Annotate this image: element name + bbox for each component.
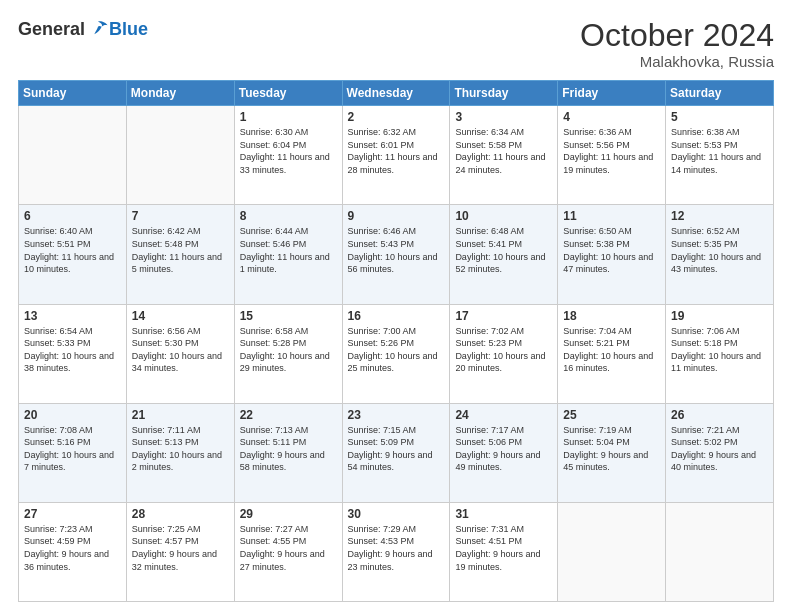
- day-number: 24: [455, 408, 552, 422]
- header: General Blue October 2024 Malakhovka, Ru…: [18, 18, 774, 70]
- day-info: Sunrise: 6:34 AMSunset: 5:58 PMDaylight:…: [455, 126, 552, 176]
- day-number: 12: [671, 209, 768, 223]
- day-number: 29: [240, 507, 337, 521]
- day-number: 10: [455, 209, 552, 223]
- logo-blue: Blue: [109, 19, 148, 40]
- calendar-cell: 22Sunrise: 7:13 AMSunset: 5:11 PMDayligh…: [234, 403, 342, 502]
- calendar-week-2: 6Sunrise: 6:40 AMSunset: 5:51 PMDaylight…: [19, 205, 774, 304]
- day-info: Sunrise: 6:48 AMSunset: 5:41 PMDaylight:…: [455, 225, 552, 275]
- day-info: Sunrise: 7:02 AMSunset: 5:23 PMDaylight:…: [455, 325, 552, 375]
- calendar-cell: [19, 106, 127, 205]
- calendar-cell: 21Sunrise: 7:11 AMSunset: 5:13 PMDayligh…: [126, 403, 234, 502]
- day-info: Sunrise: 6:32 AMSunset: 6:01 PMDaylight:…: [348, 126, 445, 176]
- calendar-cell: 3Sunrise: 6:34 AMSunset: 5:58 PMDaylight…: [450, 106, 558, 205]
- calendar-cell: 20Sunrise: 7:08 AMSunset: 5:16 PMDayligh…: [19, 403, 127, 502]
- day-info: Sunrise: 7:27 AMSunset: 4:55 PMDaylight:…: [240, 523, 337, 573]
- day-number: 16: [348, 309, 445, 323]
- month-title: October 2024: [580, 18, 774, 53]
- day-info: Sunrise: 7:11 AMSunset: 5:13 PMDaylight:…: [132, 424, 229, 474]
- calendar-cell: 30Sunrise: 7:29 AMSunset: 4:53 PMDayligh…: [342, 502, 450, 601]
- day-number: 13: [24, 309, 121, 323]
- day-info: Sunrise: 7:19 AMSunset: 5:04 PMDaylight:…: [563, 424, 660, 474]
- day-number: 22: [240, 408, 337, 422]
- calendar-cell: 29Sunrise: 7:27 AMSunset: 4:55 PMDayligh…: [234, 502, 342, 601]
- day-number: 9: [348, 209, 445, 223]
- weekday-header-friday: Friday: [558, 81, 666, 106]
- logo: General Blue: [18, 18, 148, 40]
- day-number: 11: [563, 209, 660, 223]
- calendar-week-4: 20Sunrise: 7:08 AMSunset: 5:16 PMDayligh…: [19, 403, 774, 502]
- day-info: Sunrise: 7:25 AMSunset: 4:57 PMDaylight:…: [132, 523, 229, 573]
- day-number: 8: [240, 209, 337, 223]
- calendar-cell: [126, 106, 234, 205]
- day-number: 25: [563, 408, 660, 422]
- day-number: 2: [348, 110, 445, 124]
- day-info: Sunrise: 7:00 AMSunset: 5:26 PMDaylight:…: [348, 325, 445, 375]
- calendar-cell: 9Sunrise: 6:46 AMSunset: 5:43 PMDaylight…: [342, 205, 450, 304]
- day-number: 30: [348, 507, 445, 521]
- page: General Blue October 2024 Malakhovka, Ru…: [0, 0, 792, 612]
- day-number: 6: [24, 209, 121, 223]
- calendar-table: SundayMondayTuesdayWednesdayThursdayFrid…: [18, 80, 774, 602]
- day-number: 15: [240, 309, 337, 323]
- weekday-header-thursday: Thursday: [450, 81, 558, 106]
- day-number: 17: [455, 309, 552, 323]
- day-info: Sunrise: 7:29 AMSunset: 4:53 PMDaylight:…: [348, 523, 445, 573]
- calendar-cell: 7Sunrise: 6:42 AMSunset: 5:48 PMDaylight…: [126, 205, 234, 304]
- day-number: 19: [671, 309, 768, 323]
- calendar-cell: 23Sunrise: 7:15 AMSunset: 5:09 PMDayligh…: [342, 403, 450, 502]
- weekday-header-monday: Monday: [126, 81, 234, 106]
- day-number: 23: [348, 408, 445, 422]
- day-number: 4: [563, 110, 660, 124]
- day-info: Sunrise: 7:17 AMSunset: 5:06 PMDaylight:…: [455, 424, 552, 474]
- day-info: Sunrise: 6:40 AMSunset: 5:51 PMDaylight:…: [24, 225, 121, 275]
- day-number: 14: [132, 309, 229, 323]
- calendar-cell: 24Sunrise: 7:17 AMSunset: 5:06 PMDayligh…: [450, 403, 558, 502]
- calendar-cell: 18Sunrise: 7:04 AMSunset: 5:21 PMDayligh…: [558, 304, 666, 403]
- day-info: Sunrise: 7:23 AMSunset: 4:59 PMDaylight:…: [24, 523, 121, 573]
- day-info: Sunrise: 7:21 AMSunset: 5:02 PMDaylight:…: [671, 424, 768, 474]
- calendar-cell: 15Sunrise: 6:58 AMSunset: 5:28 PMDayligh…: [234, 304, 342, 403]
- calendar-cell: 17Sunrise: 7:02 AMSunset: 5:23 PMDayligh…: [450, 304, 558, 403]
- day-number: 18: [563, 309, 660, 323]
- calendar-cell: 5Sunrise: 6:38 AMSunset: 5:53 PMDaylight…: [666, 106, 774, 205]
- day-number: 5: [671, 110, 768, 124]
- day-number: 28: [132, 507, 229, 521]
- logo-bird-icon: [87, 18, 109, 40]
- day-info: Sunrise: 6:50 AMSunset: 5:38 PMDaylight:…: [563, 225, 660, 275]
- day-info: Sunrise: 6:52 AMSunset: 5:35 PMDaylight:…: [671, 225, 768, 275]
- calendar-cell: 14Sunrise: 6:56 AMSunset: 5:30 PMDayligh…: [126, 304, 234, 403]
- day-number: 27: [24, 507, 121, 521]
- day-number: 20: [24, 408, 121, 422]
- calendar-cell: 10Sunrise: 6:48 AMSunset: 5:41 PMDayligh…: [450, 205, 558, 304]
- calendar-cell: 8Sunrise: 6:44 AMSunset: 5:46 PMDaylight…: [234, 205, 342, 304]
- title-block: October 2024 Malakhovka, Russia: [580, 18, 774, 70]
- logo-text: General Blue: [18, 18, 148, 40]
- location: Malakhovka, Russia: [580, 53, 774, 70]
- day-info: Sunrise: 6:42 AMSunset: 5:48 PMDaylight:…: [132, 225, 229, 275]
- weekday-header-saturday: Saturday: [666, 81, 774, 106]
- day-info: Sunrise: 7:08 AMSunset: 5:16 PMDaylight:…: [24, 424, 121, 474]
- calendar-week-3: 13Sunrise: 6:54 AMSunset: 5:33 PMDayligh…: [19, 304, 774, 403]
- calendar-cell: 13Sunrise: 6:54 AMSunset: 5:33 PMDayligh…: [19, 304, 127, 403]
- day-info: Sunrise: 6:30 AMSunset: 6:04 PMDaylight:…: [240, 126, 337, 176]
- calendar-cell: 27Sunrise: 7:23 AMSunset: 4:59 PMDayligh…: [19, 502, 127, 601]
- logo-general: General: [18, 19, 85, 40]
- day-info: Sunrise: 7:04 AMSunset: 5:21 PMDaylight:…: [563, 325, 660, 375]
- weekday-header-sunday: Sunday: [19, 81, 127, 106]
- day-number: 7: [132, 209, 229, 223]
- day-info: Sunrise: 7:06 AMSunset: 5:18 PMDaylight:…: [671, 325, 768, 375]
- calendar-cell: 2Sunrise: 6:32 AMSunset: 6:01 PMDaylight…: [342, 106, 450, 205]
- day-info: Sunrise: 7:31 AMSunset: 4:51 PMDaylight:…: [455, 523, 552, 573]
- calendar-cell: 16Sunrise: 7:00 AMSunset: 5:26 PMDayligh…: [342, 304, 450, 403]
- calendar-week-1: 1Sunrise: 6:30 AMSunset: 6:04 PMDaylight…: [19, 106, 774, 205]
- weekday-header-row: SundayMondayTuesdayWednesdayThursdayFrid…: [19, 81, 774, 106]
- calendar-cell: 25Sunrise: 7:19 AMSunset: 5:04 PMDayligh…: [558, 403, 666, 502]
- weekday-header-wednesday: Wednesday: [342, 81, 450, 106]
- calendar-cell: [666, 502, 774, 601]
- day-info: Sunrise: 7:13 AMSunset: 5:11 PMDaylight:…: [240, 424, 337, 474]
- calendar-cell: 4Sunrise: 6:36 AMSunset: 5:56 PMDaylight…: [558, 106, 666, 205]
- calendar-cell: 26Sunrise: 7:21 AMSunset: 5:02 PMDayligh…: [666, 403, 774, 502]
- calendar-cell: 19Sunrise: 7:06 AMSunset: 5:18 PMDayligh…: [666, 304, 774, 403]
- day-info: Sunrise: 6:44 AMSunset: 5:46 PMDaylight:…: [240, 225, 337, 275]
